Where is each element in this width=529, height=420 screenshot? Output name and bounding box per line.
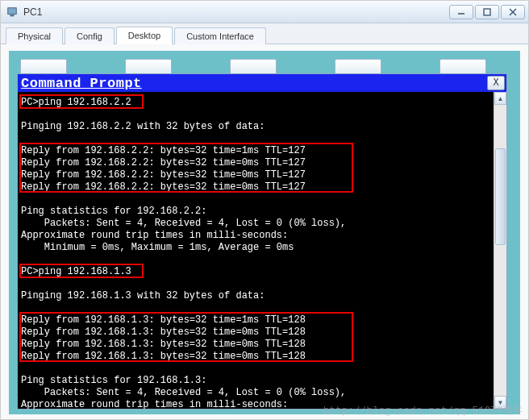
highlight-box [19,312,353,362]
scroll-down-button[interactable]: ▼ [494,396,506,409]
desktop-app-icon[interactable] [20,59,67,75]
highlight-box [19,94,144,109]
terminal-output[interactable]: PC>ping 192.168.2.2 Pinging 192.168.2.2 … [18,92,494,409]
close-button[interactable] [501,5,525,19]
tab-bar: Physical Config Desktop Custom Interface [1,23,528,44]
svg-rect-3 [484,9,490,15]
svg-rect-0 [8,7,17,14]
desktop-app-icon[interactable] [230,59,277,75]
highlight-box [19,264,144,278]
tab-custom-interface[interactable]: Custom Interface [174,27,266,44]
window-titlebar: PC1 [1,1,528,23]
maximize-button[interactable] [475,5,499,19]
content-area: Command Prompt X PC>ping 192.168.2.2 Pin… [1,44,528,420]
desktop-frame: Command Prompt X PC>ping 192.168.2.2 Pin… [9,51,520,414]
tab-physical[interactable]: Physical [6,27,63,44]
tab-desktop[interactable]: Desktop [116,27,173,44]
svg-rect-1 [10,15,14,16]
tab-config[interactable]: Config [65,27,115,44]
terminal-scrollbar[interactable]: ▲ ▼ [494,92,506,409]
terminal-body-wrap: PC>ping 192.168.2.2 Pinging 192.168.2.2 … [18,92,506,409]
command-prompt-window: Command Prompt X PC>ping 192.168.2.2 Pin… [17,73,507,410]
minimize-button[interactable] [449,5,473,19]
terminal-title: Command Prompt [21,76,487,91]
terminal-titlebar[interactable]: Command Prompt X [18,74,506,92]
terminal-close-button[interactable]: X [487,76,505,90]
scroll-up-button[interactable]: ▲ [494,92,506,105]
desktop-app-icon[interactable] [335,59,381,75]
window-title: PC1 [23,6,449,18]
pc-icon [6,6,19,19]
desktop-app-icon[interactable] [125,59,172,75]
scroll-thumb[interactable] [495,148,506,245]
highlight-box [19,143,353,193]
window-controls [449,5,525,19]
desktop-app-icon[interactable] [439,59,486,75]
